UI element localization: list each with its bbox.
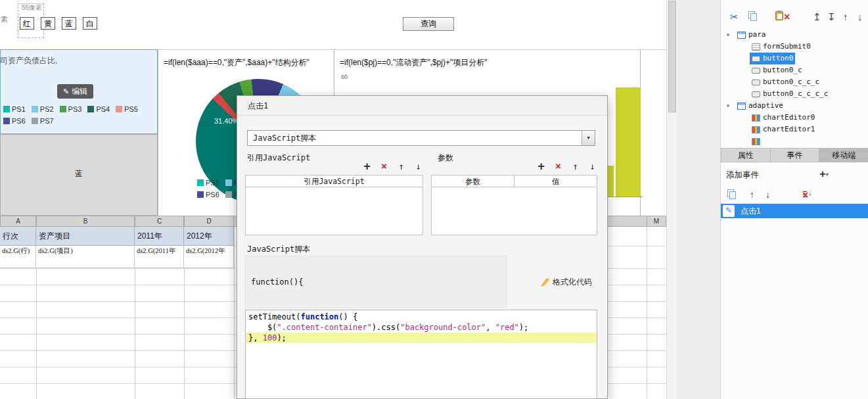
add-event-button[interactable]: +▾ [813,167,835,181]
legend-color-chip [60,106,66,112]
event-up-icon[interactable]: ↑ [750,189,754,200]
tree-node-clipped[interactable] [721,135,868,147]
event-type-dropdown[interactable]: JavaScript脚本 ▼ [247,130,595,146]
event-item[interactable]: ✎点击1 [721,204,868,218]
ref-js-column-header[interactable]: 引用JavaScript [246,176,423,187]
legend-label: PS7 [40,117,54,125]
legend-item: PS1 [197,179,219,187]
sheet-header-cell-3[interactable]: 2012年 [184,227,234,246]
color-button-2[interactable]: 蓝 [62,17,76,30]
sheet-header-cell-1[interactable]: 资产项目 [36,227,135,246]
column-header-B[interactable]: B [36,216,135,227]
tree-node-label: button0_c [763,64,802,76]
up-icon[interactable]: ↑ [570,161,580,172]
add-icon[interactable]: + [536,160,546,173]
event-down-icon[interactable]: ↓ [765,189,770,200]
ref-js-label: 引用JavaScript [247,153,310,164]
sheet-data-cell-2[interactable]: ds2.G(2011年 [135,246,184,268]
caret-down-icon: ▾ [826,172,829,177]
paste-icon[interactable] [775,11,783,20]
sheet-header-cell-0[interactable]: 行次 [0,227,36,246]
tree-node-adaptive[interactable]: ▾adaptive [721,100,868,112]
param-column-header[interactable]: 参数 [432,176,514,187]
cut-icon[interactable]: ✂ [730,11,739,23]
delete-icon[interactable]: × [784,11,790,23]
legend-label: PS2 [40,105,54,113]
edit-button[interactable]: ✎编辑 [57,84,93,99]
pencil-icon: ✎ [723,205,735,217]
pie-chart-widget[interactable]: 公司资产负债占比, ✎编辑 PS1PS2PS3PS4PS5PS6PS7 [0,49,158,134]
axis-tick-label: 60 [341,74,348,80]
sheet-header-cell-2[interactable]: 2011年 [135,227,184,246]
remove-icon[interactable]: × [553,160,563,172]
chart-widget-icon [752,126,760,133]
function-signature-panel: function(){ [245,256,507,308]
dropdown-arrow-icon[interactable]: ▼ [582,131,595,145]
tree-node-button0_c_c_c[interactable]: button0_c_c_c [721,76,868,88]
down-icon[interactable]: ↓ [413,161,423,172]
down-icon[interactable]: ↓ [587,161,597,172]
tree-node-button0_c[interactable]: button0_c [721,64,868,76]
color-button-0[interactable]: 红 [20,17,34,30]
code-editor[interactable]: setTimeout(function() { $(".content-cont… [245,310,597,399]
sheet-data-cell-0[interactable]: ds2.G(行) [0,246,36,268]
ref-js-table[interactable]: 引用JavaScript [245,175,423,235]
tab-属性[interactable]: 属性 [721,148,771,162]
tree-node-chartEditor0[interactable]: chartEditor0 [721,112,868,124]
color-button-3[interactable]: 白 [83,17,97,30]
tree-node-formSubmit0[interactable]: formSubmit0 [721,41,868,53]
pie-slice-label: 31.40% [214,117,239,125]
sheet-data-cell-3[interactable]: ds2.G(2012年 [184,246,234,268]
event-editor-dialog: 点击1 JavaScript脚本 ▼ 引用JavaScript 参数 + × ↑… [237,95,608,399]
column-header-M[interactable]: M [647,216,666,227]
legend-item: PS5 [116,105,138,113]
scrollbar-thumb[interactable] [668,1,676,112]
legend-row: PS6PS7 [3,117,144,129]
up-icon[interactable]: ↑ [396,161,406,172]
tree-node-label: button0_c_c_c [763,76,819,88]
sheet-data-cell-1[interactable]: ds2.G(项目) [36,246,135,268]
formula-text-right: =if(len($pj)==0,"流动资产",$pj)+"项目分析" [340,57,487,68]
move-to-bottom-icon[interactable]: ↧ [827,11,836,23]
chart-widget-icon [752,114,760,122]
legend-color-chip [87,106,94,112]
chart-title: 公司资产负债占比, [0,55,57,66]
legend-color-chip [197,191,204,198]
params-table-header: 参数 值 [432,176,597,187]
caret-down-icon[interactable]: ▾ [726,100,735,112]
move-to-top-icon[interactable]: ↥ [813,11,821,23]
move-down-icon[interactable]: ↓ [857,11,863,22]
add-icon[interactable]: + [362,160,372,173]
move-up-icon[interactable]: ↑ [843,11,848,22]
tree-node-label: adaptive [748,100,783,112]
tree-node-chartEditor1[interactable]: chartEditor1 [721,124,868,135]
copy-icon[interactable] [748,11,756,20]
vertical-scrollbar[interactable] [666,0,677,399]
chart-widget-icon [752,138,760,145]
delete-event-icon[interactable]: × [802,189,808,201]
column-header-D[interactable]: D [184,216,234,227]
params-table[interactable]: 参数 值 [431,175,597,235]
tab-事件[interactable]: 事件 [771,148,820,162]
tree-node-para[interactable]: ▾para [721,29,868,41]
button-widget-icon [752,80,760,85]
tab-移动端[interactable]: 移动端 [819,148,868,162]
dialog-title: 点击1 [237,96,607,116]
tree-node-label: chartEditor0 [763,112,815,124]
caret-down-icon[interactable]: ▾ [726,29,735,41]
value-column-header[interactable]: 值 [514,176,597,187]
legend-label: PS4 [96,105,110,113]
remove-icon[interactable]: × [379,160,389,172]
blue-widget[interactable]: 蓝 [0,134,158,216]
legend-color-chip [3,106,10,112]
column-header-C[interactable]: C [135,216,184,227]
tree-node-button0[interactable]: button0 [721,53,868,64]
query-button[interactable]: 查询 [403,17,454,31]
legend-item: PS2 [32,105,54,113]
column-header-A[interactable]: A [0,216,36,227]
color-button-1[interactable]: 黄 [41,17,55,30]
tree-node-button0_c_c_c_c[interactable]: button0_c_c_c_c [721,88,868,100]
grid-line [234,227,235,399]
copy-event-icon[interactable] [727,189,735,199]
format-code-button[interactable]: 格式化代码 [541,275,592,289]
